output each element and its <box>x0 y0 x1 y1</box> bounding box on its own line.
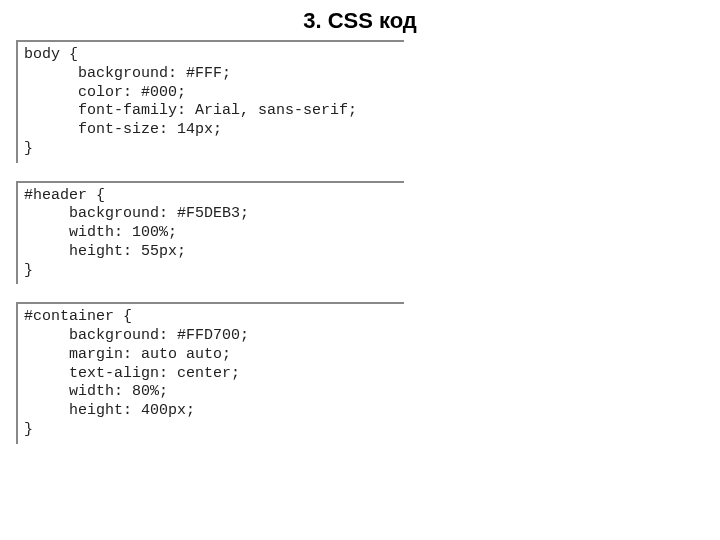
code-block-container: #container { background: #FFD700; margin… <box>16 302 404 443</box>
code-block-header: #header { background: #F5DEB3; width: 10… <box>16 181 404 285</box>
page-title: 3. CSS код <box>0 0 720 40</box>
code-block-body: body { background: #FFF; color: #000; fo… <box>16 40 404 163</box>
